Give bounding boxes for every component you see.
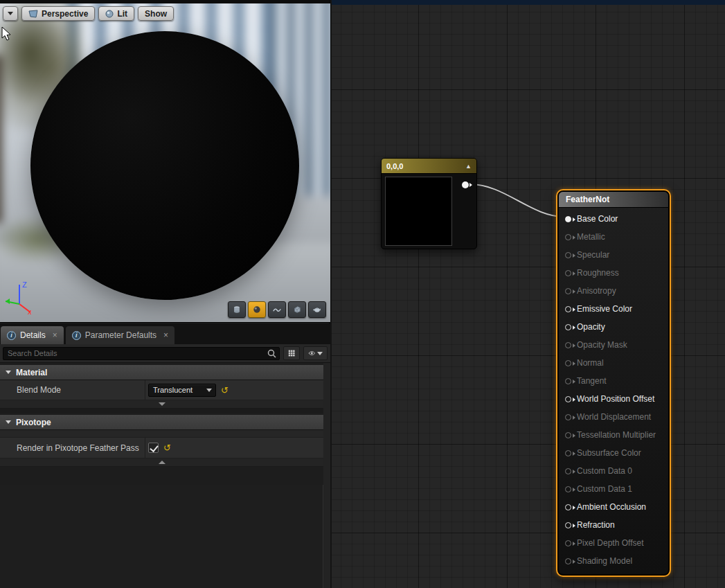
shape-cube-button[interactable] [288,301,306,318]
material-pin-row[interactable]: Roughness [559,264,668,282]
pin-label: Custom Data 0 [577,466,632,476]
material-pin-row[interactable]: Custom Data 1 [559,480,668,498]
pin-icon[interactable] [565,468,571,474]
pin-icon[interactable] [565,288,571,294]
tab-parameter-defaults-close-icon[interactable]: × [163,330,168,340]
pin-icon[interactable] [565,306,571,312]
search-icon [267,349,276,358]
material-pin-row[interactable]: Anisotropy [559,282,668,300]
pin-icon[interactable] [565,342,571,348]
pin-icon[interactable] [565,378,571,384]
material-pin-row[interactable]: Pixel Depth Offset [559,534,668,552]
pin-icon[interactable] [565,450,571,456]
material-result-node[interactable]: FeatherNot Base Color Metallic Specular … [556,189,671,577]
search-box [3,347,280,360]
view-options-button[interactable] [303,346,328,360]
viewport-options-dropdown[interactable] [3,6,18,21]
tab-details[interactable]: Details × [1,326,64,344]
pin-icon[interactable] [565,540,571,546]
show-label: Show [145,9,167,19]
category-splitter[interactable] [0,400,323,409]
gizmo-x-label: x [28,308,32,315]
constant-node-header[interactable]: 0,0,0 ▲ [382,159,476,174]
material-node-header[interactable]: FeatherNot [559,192,668,208]
collapse-node-icon[interactable]: ▲ [465,163,472,170]
material-pin-row[interactable]: Shading Model [559,552,668,570]
feather-pass-checkbox[interactable] [148,443,159,453]
pin-icon[interactable] [565,216,571,222]
pin-icon[interactable] [565,252,571,258]
material-pin-row[interactable]: Base Color [559,210,668,228]
shape-teapot-button[interactable] [308,301,326,318]
material-pin-row[interactable]: Tangent [559,372,668,390]
gizmo-z-label: Z [22,280,27,289]
category-pixotope-title: Pixotope [16,418,51,427]
shape-cylinder-button[interactable] [228,301,246,318]
shape-sphere-button[interactable] [248,301,266,318]
chevron-down-icon [206,389,212,392]
pin-label: Pixel Depth Offset [577,538,644,548]
pin-label: Anisotropy [577,286,616,296]
pin-icon[interactable] [565,504,571,510]
pin-icon[interactable] [565,522,571,528]
pin-icon[interactable] [565,486,571,492]
reset-to-default-icon[interactable]: ↺ [163,443,171,452]
search-input[interactable] [6,348,267,358]
category-splitter[interactable] [0,458,323,467]
material-pin-row[interactable]: Specular [559,246,668,264]
constant-node-title: 0,0,0 [386,162,403,170]
category-pixotope[interactable]: Pixotope [0,415,323,430]
pin-icon[interactable] [565,324,571,330]
pin-icon[interactable] [565,360,571,366]
material-graph-panel[interactable]: 0,0,0 ▲ FeatherNot Base Color Metallic S… [332,0,725,588]
pin-icon[interactable] [565,414,571,420]
feather-pass-row: Render in Pixotope Feather Pass ↺ [0,438,323,458]
material-pin-row[interactable]: Tessellation Multiplier [559,426,668,444]
material-pin-row[interactable]: Subsurface Color [559,444,668,462]
category-material-title: Material [16,368,47,377]
pin-icon[interactable] [565,396,571,402]
details-search-row [0,344,330,363]
pin-icon[interactable] [565,270,571,276]
material-pin-row[interactable]: World Position Offset [559,390,668,408]
axis-gizmo: Z x [1,276,42,318]
blend-mode-value: Translucent [153,386,193,394]
perspective-label: Perspective [42,9,88,19]
material-pin-row[interactable]: Custom Data 0 [559,462,668,480]
material-pin-row[interactable]: Normal [559,354,668,372]
cylinder-icon [233,305,241,314]
material-pin-row[interactable]: Ambient Occlusion [559,498,668,516]
material-pin-row[interactable]: Opacity [559,318,668,336]
material-pin-row[interactable]: World Displacement [559,408,668,426]
pin-label: World Position Offset [577,394,654,404]
material-pin-row[interactable]: Emissive Color [559,300,668,318]
property-matrix-button[interactable] [283,346,300,360]
blend-mode-dropdown[interactable]: Translucent [148,384,216,397]
material-pin-row[interactable]: Refraction [559,516,668,534]
reset-to-default-icon[interactable]: ↺ [221,386,229,395]
perspective-button[interactable]: Perspective [21,6,95,21]
tab-parameter-defaults[interactable]: Parameter Defaults × [66,326,174,344]
left-panel: Perspective Lit Show [0,0,330,588]
material-pin-row[interactable]: Opacity Mask [559,336,668,354]
perspective-icon [28,10,38,18]
pin-label: Tangent [577,376,607,386]
category-material[interactable]: Material [0,365,323,380]
blend-mode-label: Blend Mode [0,385,145,395]
shape-plane-button[interactable] [268,301,286,318]
tab-details-close-icon[interactable]: × [53,330,57,340]
pin-icon[interactable] [565,558,571,564]
splitter-arrow-icon [159,461,165,464]
pin-label: Shading Model [577,556,632,566]
viewport-toolbar: Perspective Lit Show [3,6,174,21]
preview-sphere [30,31,299,300]
pin-icon[interactable] [565,234,571,240]
material-preview-viewport[interactable]: Perspective Lit Show [0,3,330,323]
show-button[interactable]: Show [138,6,174,21]
lit-button[interactable]: Lit [98,6,134,21]
constant-color-node[interactable]: 0,0,0 ▲ [381,158,477,249]
material-pin-row[interactable]: Metallic [559,228,668,246]
pin-icon[interactable] [565,432,571,438]
constant-output-pin[interactable] [462,181,469,188]
expand-arrow-icon [6,371,11,374]
